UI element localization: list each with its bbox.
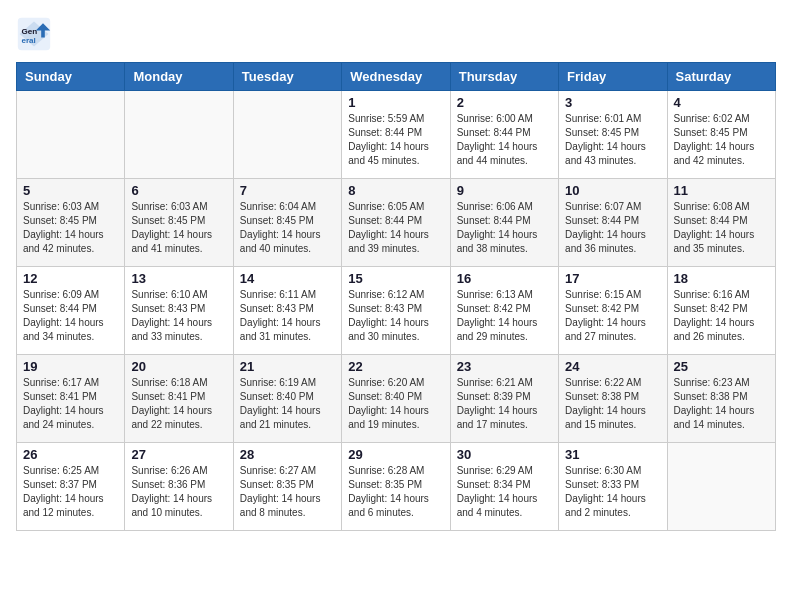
column-header-thursday: Thursday — [450, 63, 558, 91]
day-number: 21 — [240, 359, 335, 374]
day-number: 29 — [348, 447, 443, 462]
day-info: Sunrise: 6:13 AM Sunset: 8:42 PM Dayligh… — [457, 288, 552, 344]
calendar-cell: 23Sunrise: 6:21 AM Sunset: 8:39 PM Dayli… — [450, 355, 558, 443]
day-info: Sunrise: 6:12 AM Sunset: 8:43 PM Dayligh… — [348, 288, 443, 344]
day-info: Sunrise: 6:15 AM Sunset: 8:42 PM Dayligh… — [565, 288, 660, 344]
calendar-cell: 15Sunrise: 6:12 AM Sunset: 8:43 PM Dayli… — [342, 267, 450, 355]
column-header-monday: Monday — [125, 63, 233, 91]
calendar-cell: 21Sunrise: 6:19 AM Sunset: 8:40 PM Dayli… — [233, 355, 341, 443]
day-number: 28 — [240, 447, 335, 462]
calendar-cell: 28Sunrise: 6:27 AM Sunset: 8:35 PM Dayli… — [233, 443, 341, 531]
day-number: 24 — [565, 359, 660, 374]
day-info: Sunrise: 6:06 AM Sunset: 8:44 PM Dayligh… — [457, 200, 552, 256]
day-info: Sunrise: 6:03 AM Sunset: 8:45 PM Dayligh… — [23, 200, 118, 256]
day-info: Sunrise: 6:05 AM Sunset: 8:44 PM Dayligh… — [348, 200, 443, 256]
day-info: Sunrise: 6:21 AM Sunset: 8:39 PM Dayligh… — [457, 376, 552, 432]
calendar-week-row: 5Sunrise: 6:03 AM Sunset: 8:45 PM Daylig… — [17, 179, 776, 267]
calendar-cell: 6Sunrise: 6:03 AM Sunset: 8:45 PM Daylig… — [125, 179, 233, 267]
day-number: 16 — [457, 271, 552, 286]
column-header-tuesday: Tuesday — [233, 63, 341, 91]
day-number: 7 — [240, 183, 335, 198]
day-number: 17 — [565, 271, 660, 286]
day-number: 27 — [131, 447, 226, 462]
day-info: Sunrise: 6:30 AM Sunset: 8:33 PM Dayligh… — [565, 464, 660, 520]
calendar-cell: 20Sunrise: 6:18 AM Sunset: 8:41 PM Dayli… — [125, 355, 233, 443]
calendar-cell: 7Sunrise: 6:04 AM Sunset: 8:45 PM Daylig… — [233, 179, 341, 267]
calendar-cell: 19Sunrise: 6:17 AM Sunset: 8:41 PM Dayli… — [17, 355, 125, 443]
logo-icon: Gen eral — [16, 16, 52, 52]
calendar-cell: 8Sunrise: 6:05 AM Sunset: 8:44 PM Daylig… — [342, 179, 450, 267]
column-header-friday: Friday — [559, 63, 667, 91]
day-number: 9 — [457, 183, 552, 198]
day-info: Sunrise: 6:08 AM Sunset: 8:44 PM Dayligh… — [674, 200, 769, 256]
day-info: Sunrise: 6:28 AM Sunset: 8:35 PM Dayligh… — [348, 464, 443, 520]
day-info: Sunrise: 6:11 AM Sunset: 8:43 PM Dayligh… — [240, 288, 335, 344]
day-number: 30 — [457, 447, 552, 462]
day-number: 14 — [240, 271, 335, 286]
calendar-cell: 30Sunrise: 6:29 AM Sunset: 8:34 PM Dayli… — [450, 443, 558, 531]
day-info: Sunrise: 6:07 AM Sunset: 8:44 PM Dayligh… — [565, 200, 660, 256]
day-info: Sunrise: 6:03 AM Sunset: 8:45 PM Dayligh… — [131, 200, 226, 256]
day-number: 25 — [674, 359, 769, 374]
column-header-saturday: Saturday — [667, 63, 775, 91]
calendar-cell: 9Sunrise: 6:06 AM Sunset: 8:44 PM Daylig… — [450, 179, 558, 267]
calendar-header-row: SundayMondayTuesdayWednesdayThursdayFrid… — [17, 63, 776, 91]
day-info: Sunrise: 6:26 AM Sunset: 8:36 PM Dayligh… — [131, 464, 226, 520]
day-number: 4 — [674, 95, 769, 110]
column-header-wednesday: Wednesday — [342, 63, 450, 91]
day-number: 8 — [348, 183, 443, 198]
calendar-cell: 22Sunrise: 6:20 AM Sunset: 8:40 PM Dayli… — [342, 355, 450, 443]
day-number: 23 — [457, 359, 552, 374]
logo: Gen eral — [16, 16, 56, 52]
day-info: Sunrise: 6:04 AM Sunset: 8:45 PM Dayligh… — [240, 200, 335, 256]
day-number: 5 — [23, 183, 118, 198]
day-number: 26 — [23, 447, 118, 462]
calendar-cell: 24Sunrise: 6:22 AM Sunset: 8:38 PM Dayli… — [559, 355, 667, 443]
day-number: 12 — [23, 271, 118, 286]
day-number: 6 — [131, 183, 226, 198]
day-info: Sunrise: 6:09 AM Sunset: 8:44 PM Dayligh… — [23, 288, 118, 344]
calendar-cell — [667, 443, 775, 531]
calendar-cell: 12Sunrise: 6:09 AM Sunset: 8:44 PM Dayli… — [17, 267, 125, 355]
svg-text:eral: eral — [21, 36, 35, 45]
calendar-cell: 13Sunrise: 6:10 AM Sunset: 8:43 PM Dayli… — [125, 267, 233, 355]
page-header: Gen eral — [16, 16, 776, 52]
day-number: 1 — [348, 95, 443, 110]
calendar-cell: 2Sunrise: 6:00 AM Sunset: 8:44 PM Daylig… — [450, 91, 558, 179]
calendar-cell: 5Sunrise: 6:03 AM Sunset: 8:45 PM Daylig… — [17, 179, 125, 267]
day-info: Sunrise: 6:29 AM Sunset: 8:34 PM Dayligh… — [457, 464, 552, 520]
day-info: Sunrise: 6:22 AM Sunset: 8:38 PM Dayligh… — [565, 376, 660, 432]
day-number: 31 — [565, 447, 660, 462]
day-info: Sunrise: 6:18 AM Sunset: 8:41 PM Dayligh… — [131, 376, 226, 432]
calendar-cell: 27Sunrise: 6:26 AM Sunset: 8:36 PM Dayli… — [125, 443, 233, 531]
day-number: 13 — [131, 271, 226, 286]
day-info: Sunrise: 6:10 AM Sunset: 8:43 PM Dayligh… — [131, 288, 226, 344]
calendar-cell: 29Sunrise: 6:28 AM Sunset: 8:35 PM Dayli… — [342, 443, 450, 531]
day-number: 18 — [674, 271, 769, 286]
calendar-cell: 4Sunrise: 6:02 AM Sunset: 8:45 PM Daylig… — [667, 91, 775, 179]
calendar-week-row: 12Sunrise: 6:09 AM Sunset: 8:44 PM Dayli… — [17, 267, 776, 355]
day-info: Sunrise: 5:59 AM Sunset: 8:44 PM Dayligh… — [348, 112, 443, 168]
day-number: 11 — [674, 183, 769, 198]
calendar-cell — [233, 91, 341, 179]
calendar-cell: 25Sunrise: 6:23 AM Sunset: 8:38 PM Dayli… — [667, 355, 775, 443]
svg-text:Gen: Gen — [21, 27, 37, 36]
day-info: Sunrise: 6:23 AM Sunset: 8:38 PM Dayligh… — [674, 376, 769, 432]
calendar-cell: 10Sunrise: 6:07 AM Sunset: 8:44 PM Dayli… — [559, 179, 667, 267]
day-number: 3 — [565, 95, 660, 110]
day-number: 20 — [131, 359, 226, 374]
day-info: Sunrise: 6:17 AM Sunset: 8:41 PM Dayligh… — [23, 376, 118, 432]
calendar-cell: 16Sunrise: 6:13 AM Sunset: 8:42 PM Dayli… — [450, 267, 558, 355]
day-info: Sunrise: 6:02 AM Sunset: 8:45 PM Dayligh… — [674, 112, 769, 168]
column-header-sunday: Sunday — [17, 63, 125, 91]
calendar-cell: 3Sunrise: 6:01 AM Sunset: 8:45 PM Daylig… — [559, 91, 667, 179]
day-info: Sunrise: 6:19 AM Sunset: 8:40 PM Dayligh… — [240, 376, 335, 432]
day-number: 22 — [348, 359, 443, 374]
calendar-week-row: 26Sunrise: 6:25 AM Sunset: 8:37 PM Dayli… — [17, 443, 776, 531]
calendar-table: SundayMondayTuesdayWednesdayThursdayFrid… — [16, 62, 776, 531]
calendar-cell: 31Sunrise: 6:30 AM Sunset: 8:33 PM Dayli… — [559, 443, 667, 531]
day-info: Sunrise: 6:20 AM Sunset: 8:40 PM Dayligh… — [348, 376, 443, 432]
day-info: Sunrise: 6:00 AM Sunset: 8:44 PM Dayligh… — [457, 112, 552, 168]
calendar-cell — [17, 91, 125, 179]
calendar-week-row: 1Sunrise: 5:59 AM Sunset: 8:44 PM Daylig… — [17, 91, 776, 179]
